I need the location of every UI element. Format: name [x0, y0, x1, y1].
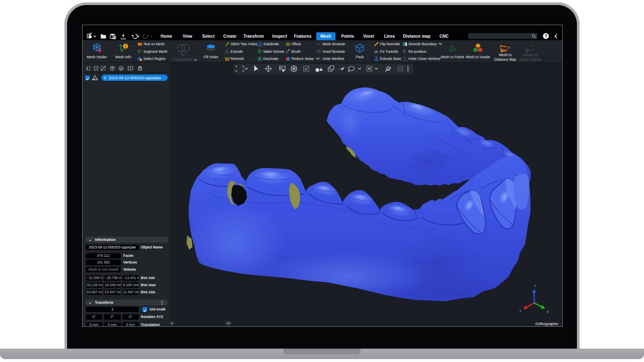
svg-text:Z: Z — [89, 69, 91, 71]
svg-text:z: z — [534, 284, 536, 287]
svg-text:x: x — [519, 309, 521, 313]
svg-text:y: y — [547, 310, 548, 313]
svg-text:A: A — [89, 66, 91, 68]
svg-text:i: i — [125, 44, 126, 48]
